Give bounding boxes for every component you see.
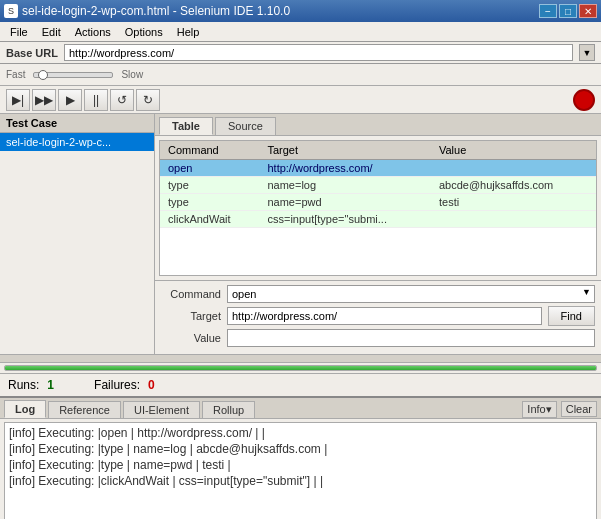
- tab-table[interactable]: Table: [159, 117, 213, 135]
- log-line-3: [info] Executing: |clickAndWait | css=in…: [9, 473, 592, 489]
- step-button[interactable]: ↺: [110, 89, 134, 111]
- play-suite-button[interactable]: ▶|: [6, 89, 30, 111]
- col-target: Target: [259, 141, 431, 160]
- title-bar: S sel-ide-login-2-wp-com.html - Selenium…: [0, 0, 601, 22]
- close-button[interactable]: ✕: [579, 4, 597, 18]
- right-panel: Table Source Command Target Value open h…: [155, 114, 601, 354]
- base-url-input[interactable]: [64, 44, 573, 61]
- pause-button[interactable]: ||: [84, 89, 108, 111]
- record-button[interactable]: [573, 89, 595, 111]
- value-label: Value: [161, 332, 221, 344]
- left-panel: Test Case sel-ide-login-2-wp-c...: [0, 114, 155, 354]
- base-url-label: Base URL: [6, 47, 58, 59]
- col-value: Value: [431, 141, 596, 160]
- val-1: abcde@hujksaffds.com: [431, 177, 596, 194]
- menu-help[interactable]: Help: [171, 24, 206, 40]
- table-row[interactable]: type name=log abcde@hujksaffds.com: [160, 177, 596, 194]
- target-input[interactable]: [227, 307, 542, 325]
- menu-actions[interactable]: Actions: [69, 24, 117, 40]
- speed-bar: Fast Slow: [0, 64, 601, 86]
- failures-label: Failures:: [94, 378, 140, 392]
- play-button[interactable]: ▶: [58, 89, 82, 111]
- log-tab-log[interactable]: Log: [4, 400, 46, 418]
- runs-count: 1: [47, 378, 54, 392]
- command-select-wrapper: open type clickAndWait: [227, 285, 595, 303]
- menu-edit[interactable]: Edit: [36, 24, 67, 40]
- cmd-2: type: [160, 194, 259, 211]
- record-toggle-button[interactable]: ↻: [136, 89, 160, 111]
- target-label: Target: [161, 310, 221, 322]
- main-area: Test Case sel-ide-login-2-wp-c... Table …: [0, 114, 601, 354]
- log-content: [info] Executing: |open | http://wordpre…: [4, 422, 597, 519]
- toolbar: ▶| ▶▶ ▶ || ↺ ↻: [0, 86, 601, 114]
- target-row: Target Find: [161, 306, 595, 326]
- progress-bar: [4, 365, 597, 371]
- command-row: Command open type clickAndWait: [161, 285, 595, 303]
- tgt-2: name=pwd: [259, 194, 431, 211]
- val-0: [431, 160, 596, 177]
- info-dropdown-button[interactable]: Info▾: [522, 401, 556, 418]
- progress-bar-fill: [5, 366, 596, 370]
- cmd-3: clickAndWait: [160, 211, 259, 228]
- log-tab-rollup[interactable]: Rollup: [202, 401, 255, 418]
- runs-stat: Runs: 1: [8, 378, 54, 392]
- command-table: Command Target Value open http://wordpre…: [160, 141, 596, 228]
- table-row[interactable]: type name=pwd testi: [160, 194, 596, 211]
- tab-source[interactable]: Source: [215, 117, 276, 135]
- maximize-button[interactable]: □: [559, 4, 577, 18]
- failures-stat: Failures: 0: [94, 378, 155, 392]
- progress-area: [0, 362, 601, 373]
- speed-slider[interactable]: [33, 72, 113, 78]
- log-line-1: [info] Executing: |type | name=log | abc…: [9, 441, 592, 457]
- command-table-container: Command Target Value open http://wordpre…: [159, 140, 597, 276]
- log-tabs: Log Reference UI-Element Rollup Info▾ Cl…: [0, 398, 601, 419]
- minimize-button[interactable]: −: [539, 4, 557, 18]
- app-icon: S: [4, 4, 18, 18]
- fast-label: Fast: [6, 69, 25, 80]
- table-row[interactable]: open http://wordpress.com/: [160, 160, 596, 177]
- val-3: [431, 211, 596, 228]
- log-tab-reference[interactable]: Reference: [48, 401, 121, 418]
- table-row[interactable]: clickAndWait css=input[type="submi...: [160, 211, 596, 228]
- tgt-1: name=log: [259, 177, 431, 194]
- url-dropdown-button[interactable]: ▼: [579, 44, 595, 61]
- failures-count: 0: [148, 378, 155, 392]
- menu-file[interactable]: File: [4, 24, 34, 40]
- speed-slider-thumb: [38, 70, 48, 80]
- command-area: Command open type clickAndWait Target Fi…: [155, 280, 601, 354]
- runs-label: Runs:: [8, 378, 39, 392]
- log-line-0: [info] Executing: |open | http://wordpre…: [9, 425, 592, 441]
- col-command: Command: [160, 141, 259, 160]
- play-all-button[interactable]: ▶▶: [32, 89, 56, 111]
- log-right-controls: Info▾ Clear: [522, 401, 597, 418]
- menu-options[interactable]: Options: [119, 24, 169, 40]
- value-input[interactable]: [227, 329, 595, 347]
- horizontal-scrollbar[interactable]: [0, 354, 601, 362]
- log-tab-ui-element[interactable]: UI-Element: [123, 401, 200, 418]
- window-controls: − □ ✕: [539, 4, 597, 18]
- stats-area: Runs: 1 Failures: 0: [0, 373, 601, 396]
- val-2: testi: [431, 194, 596, 211]
- log-line-2: [info] Executing: |type | name=pwd | tes…: [9, 457, 592, 473]
- editor-tabs: Table Source: [155, 114, 601, 136]
- tgt-3: css=input[type="submi...: [259, 211, 431, 228]
- menu-bar: File Edit Actions Options Help: [0, 22, 601, 42]
- test-case-item[interactable]: sel-ide-login-2-wp-c...: [0, 133, 154, 151]
- log-panel: Log Reference UI-Element Rollup Info▾ Cl…: [0, 396, 601, 519]
- clear-button[interactable]: Clear: [561, 401, 597, 417]
- value-row: Value: [161, 329, 595, 347]
- cmd-0: open: [160, 160, 259, 177]
- cmd-1: type: [160, 177, 259, 194]
- window-title: sel-ide-login-2-wp-com.html - Selenium I…: [22, 4, 290, 18]
- command-label: Command: [161, 288, 221, 300]
- command-select[interactable]: open type clickAndWait: [227, 285, 595, 303]
- tgt-0: http://wordpress.com/: [259, 160, 431, 177]
- slow-label: Slow: [121, 69, 143, 80]
- find-button[interactable]: Find: [548, 306, 595, 326]
- test-case-header: Test Case: [0, 114, 154, 133]
- url-bar: Base URL ▼: [0, 42, 601, 64]
